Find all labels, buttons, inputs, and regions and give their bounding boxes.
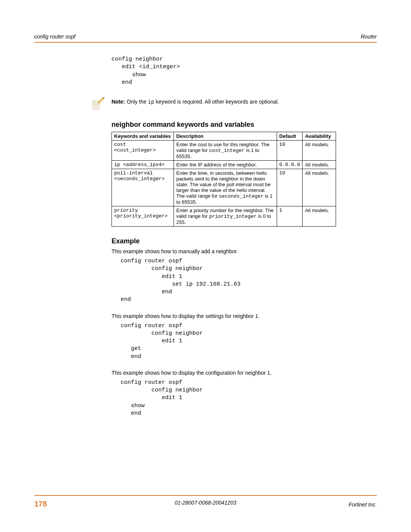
table-title: neighbor command keywords and variables <box>112 121 336 129</box>
code-block-3: config router ospf config neighbor edit … <box>121 322 336 361</box>
footer-right: Fortinet Inc. <box>349 502 377 508</box>
footer-center: 01-28007-0068-20041203 <box>175 500 236 506</box>
table-row: priority <priority_integer>Enter a prior… <box>112 206 336 227</box>
page-footer: 178 01-28007-0068-20041203 Fortinet Inc. <box>34 495 377 508</box>
note-icon <box>90 96 105 111</box>
cell-keyword: ip <address_ipv4> <box>112 161 174 169</box>
example-para-1: This example shows how to manually add a… <box>112 248 336 254</box>
cell-keyword: priority <priority_integer> <box>112 206 174 227</box>
cell-default: 10 <box>277 169 303 206</box>
example-para-3: This example shows how to display the co… <box>112 370 336 376</box>
table-row: poll-interval <seconds_integer>Enter the… <box>112 169 336 206</box>
cell-keyword: poll-interval <seconds_integer> <box>112 169 174 206</box>
code-block-1: config neighbor edit <id_integer> show e… <box>112 56 336 86</box>
cell-default: 1 <box>277 206 303 227</box>
cell-keyword: cost <cost_integer> <box>112 141 174 161</box>
note-keyword: ip <box>148 99 155 105</box>
table-row: ip <address_ipv4>Enter the IP address of… <box>112 161 336 169</box>
th-default: Default <box>277 132 303 141</box>
cell-availability: All models. <box>303 161 336 169</box>
cell-description: Enter the time, in seconds, between hell… <box>174 169 277 206</box>
note-bold: Note: <box>112 99 125 105</box>
header-right: Router <box>361 34 377 40</box>
page-number: 178 <box>34 500 47 508</box>
table-row: cost <cost_integer>Enter the cost to use… <box>112 141 336 161</box>
example-para-2: This example shows how to display the se… <box>112 313 336 319</box>
cell-description: Enter the cost to use for this neighbor.… <box>174 141 277 161</box>
code-block-2: config router ospf config neighbor edit … <box>121 257 336 304</box>
cell-description: Enter a priority number for the neighbor… <box>174 206 277 227</box>
cell-default: 0.0.0.0 <box>277 161 303 169</box>
note-pre: Only the <box>125 99 148 105</box>
cell-availability: All models. <box>303 169 336 206</box>
note-post: keyword is required. All other keywords … <box>155 99 279 105</box>
th-keywords: Keywords and variables <box>112 132 174 141</box>
page-header: config router ospf Router <box>34 34 377 43</box>
table-header-row: Keywords and variables Description Defau… <box>112 132 336 141</box>
th-availability: Availability <box>303 132 336 141</box>
header-left: config router ospf <box>34 34 75 40</box>
th-description: Description <box>174 132 277 141</box>
note-row: Note: Only the ip keyword is required. A… <box>90 96 336 111</box>
page-content: config neighbor edit <id_integer> show e… <box>112 56 336 417</box>
cell-default: 10 <box>277 141 303 161</box>
note-text: Note: Only the ip keyword is required. A… <box>112 96 279 105</box>
cell-availability: All models. <box>303 141 336 161</box>
cell-description: Enter the IP address of the neighbor. <box>174 161 277 169</box>
example-heading: Example <box>112 237 336 245</box>
code-block-4: config router ospf config neighbor edit … <box>121 379 336 417</box>
keywords-table: Keywords and variables Description Defau… <box>112 132 336 227</box>
cell-availability: All models. <box>303 206 336 227</box>
